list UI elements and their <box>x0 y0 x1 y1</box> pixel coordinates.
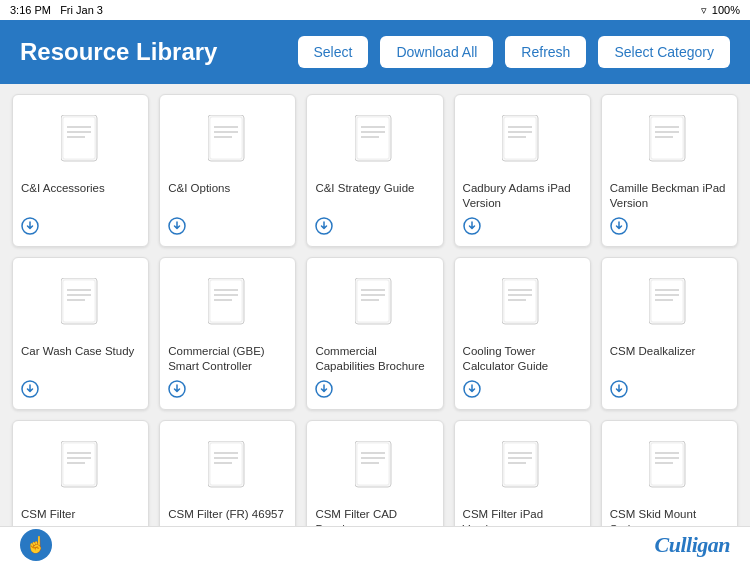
card-download-icon[interactable] <box>168 217 186 238</box>
card-download-icon[interactable] <box>315 217 333 238</box>
svg-rect-55 <box>651 280 683 322</box>
svg-rect-73 <box>357 443 389 485</box>
card-title: CSM Filter (FR) 46957 <box>168 507 284 526</box>
svg-rect-49 <box>504 280 536 322</box>
status-time: 3:16 PM Fri Jan 3 <box>10 4 103 16</box>
svg-rect-13 <box>357 117 389 159</box>
card-title: CSM Filter CAD Drawing <box>315 507 434 526</box>
card-download-icon[interactable] <box>610 380 628 401</box>
resource-card[interactable]: CSM Filter (FR) 46957 <box>159 420 296 526</box>
resource-card[interactable]: Cadbury Adams iPad Version <box>454 94 591 247</box>
resource-card[interactable]: Car Wash Case Study <box>12 257 149 410</box>
card-title: Cadbury Adams iPad Version <box>463 181 582 211</box>
select-button[interactable]: Select <box>298 36 369 68</box>
resource-card[interactable]: C&I Strategy Guide <box>306 94 443 247</box>
card-title: CSM Dealkalizer <box>610 344 696 374</box>
resource-card[interactable]: CSM Filter iPad Version <box>454 420 591 526</box>
page-title: Resource Library <box>20 38 286 66</box>
svg-rect-79 <box>504 443 536 485</box>
header: Resource Library Select Download All Ref… <box>0 20 750 84</box>
svg-rect-1 <box>63 117 95 159</box>
resource-card[interactable]: Commercial Capabilities Brochure <box>306 257 443 410</box>
card-title: C&I Options <box>168 181 230 211</box>
card-doc-icon <box>463 268 582 338</box>
bottom-bar: ☝ Culligan <box>0 526 750 562</box>
card-title: CSM Filter iPad Version <box>463 507 582 526</box>
card-download-icon[interactable] <box>21 380 39 401</box>
svg-rect-19 <box>504 117 536 159</box>
card-title: CSM Filter <box>21 507 75 526</box>
card-doc-icon <box>21 268 140 338</box>
touch-icon[interactable]: ☝ <box>20 529 52 561</box>
resource-card[interactable]: Commercial (GBE) Smart Controller <box>159 257 296 410</box>
card-doc-icon <box>610 105 729 175</box>
card-doc-icon <box>610 431 729 501</box>
card-title: CSM Skid Mount Series <box>610 507 729 526</box>
refresh-button[interactable]: Refresh <box>505 36 586 68</box>
resource-card[interactable]: Cooling Tower Calculator Guide <box>454 257 591 410</box>
card-title: Cooling Tower Calculator Guide <box>463 344 582 374</box>
card-doc-icon <box>315 431 434 501</box>
card-download-icon[interactable] <box>463 217 481 238</box>
culligan-logo: Culligan <box>655 532 730 558</box>
svg-rect-61 <box>63 443 95 485</box>
svg-rect-37 <box>210 280 242 322</box>
download-all-button[interactable]: Download All <box>380 36 493 68</box>
svg-rect-7 <box>210 117 242 159</box>
card-title: C&I Strategy Guide <box>315 181 414 211</box>
card-title: Camille Beckman iPad Version <box>610 181 729 211</box>
resource-card[interactable]: C&I Options <box>159 94 296 247</box>
svg-rect-43 <box>357 280 389 322</box>
battery-icon: 100% <box>712 4 740 16</box>
status-icons: ▿ 100% <box>701 4 740 17</box>
resource-card[interactable]: CSM Filter CAD Drawing <box>306 420 443 526</box>
card-title: Commercial Capabilities Brochure <box>315 344 434 374</box>
card-title: Car Wash Case Study <box>21 344 134 374</box>
card-doc-icon <box>168 268 287 338</box>
card-doc-icon <box>168 431 287 501</box>
card-doc-icon <box>21 105 140 175</box>
card-download-icon[interactable] <box>463 380 481 401</box>
resource-grid-container: C&I Accessories C&I Options <box>0 84 750 526</box>
resource-card[interactable]: CSM Filter <box>12 420 149 526</box>
status-bar: 3:16 PM Fri Jan 3 ▿ 100% <box>0 0 750 20</box>
resource-card[interactable]: C&I Accessories <box>12 94 149 247</box>
card-title: C&I Accessories <box>21 181 105 211</box>
card-download-icon[interactable] <box>21 217 39 238</box>
svg-rect-67 <box>210 443 242 485</box>
card-doc-icon <box>21 431 140 501</box>
card-doc-icon <box>315 268 434 338</box>
resource-card[interactable]: Camille Beckman iPad Version <box>601 94 738 247</box>
card-download-icon[interactable] <box>315 380 333 401</box>
card-doc-icon <box>610 268 729 338</box>
card-doc-icon <box>168 105 287 175</box>
svg-rect-31 <box>63 280 95 322</box>
card-download-icon[interactable] <box>610 217 628 238</box>
wifi-icon: ▿ <box>701 4 707 17</box>
svg-rect-85 <box>651 443 683 485</box>
resource-grid: C&I Accessories C&I Options <box>12 94 738 526</box>
select-category-button[interactable]: Select Category <box>598 36 730 68</box>
svg-rect-25 <box>651 117 683 159</box>
resource-card[interactable]: CSM Skid Mount Series <box>601 420 738 526</box>
resource-card[interactable]: CSM Dealkalizer <box>601 257 738 410</box>
card-doc-icon <box>463 431 582 501</box>
card-download-icon[interactable] <box>168 380 186 401</box>
card-doc-icon <box>315 105 434 175</box>
card-title: Commercial (GBE) Smart Controller <box>168 344 287 374</box>
card-doc-icon <box>463 105 582 175</box>
